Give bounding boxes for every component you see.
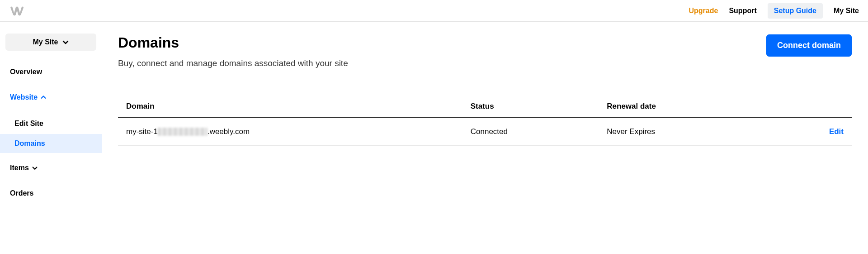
sidebar-item-label: Edit Site [14,120,43,127]
cell-renewal: Never Expires [607,127,786,136]
chevron-down-icon [62,38,69,46]
sidebar-item-orders[interactable]: Orders [5,185,96,202]
redacted-segment [158,128,208,136]
cell-domain: my-site-1.weebly.com [126,127,471,136]
table-row: my-site-1.weebly.com Connected Never Exp… [118,118,852,146]
top-bar: Upgrade Support Setup Guide My Site [0,0,868,22]
domain-suffix: .weebly.com [208,127,250,136]
support-link[interactable]: Support [729,7,756,15]
page-title: Domains [118,34,348,51]
top-nav: Upgrade Support Setup Guide My Site [689,3,859,19]
site-selector-label: My Site [33,38,58,46]
edit-link[interactable]: Edit [829,127,844,136]
sidebar-item-label: Items [10,164,29,172]
page-header-text: Domains Buy, connect and manage domains … [118,34,348,68]
cell-action: Edit [786,127,844,136]
my-site-link[interactable]: My Site [834,7,859,15]
table-header: Domain Status Renewal date [118,96,852,118]
sidebar-item-edit-site[interactable]: Edit Site [0,114,102,133]
column-header-renewal: Renewal date [607,102,786,111]
chevron-down-icon [32,165,38,171]
sidebar: My Site Overview Website Edit Site Domai… [0,22,102,210]
column-header-domain: Domain [126,102,471,111]
sidebar-item-items[interactable]: Items [5,159,96,177]
sidebar-item-label: Domains [14,139,45,147]
column-header-status: Status [471,102,607,111]
sidebar-item-label: Overview [10,68,42,76]
sidebar-item-label: Orders [10,189,33,197]
column-header-action [786,102,844,111]
sidebar-item-website[interactable]: Website [5,89,96,106]
domain-prefix: my-site-1 [126,127,158,136]
logo-icon [9,5,24,16]
chevron-up-icon [40,94,47,101]
upgrade-link[interactable]: Upgrade [689,7,718,15]
connect-domain-button[interactable]: Connect domain [766,34,852,57]
sidebar-item-overview[interactable]: Overview [5,63,96,81]
site-selector[interactable]: My Site [5,34,96,51]
cell-status: Connected [471,127,607,136]
main-content: Domains Buy, connect and manage domains … [102,22,868,210]
weebly-logo[interactable] [9,5,24,16]
page-subtitle: Buy, connect and manage domains associat… [118,58,348,68]
page-header: Domains Buy, connect and manage domains … [118,34,852,68]
layout: My Site Overview Website Edit Site Domai… [0,22,868,210]
domains-table: Domain Status Renewal date my-site-1.wee… [118,96,852,146]
sidebar-item-label: Website [10,93,38,101]
sidebar-item-domains[interactable]: Domains [0,134,102,153]
setup-guide-link[interactable]: Setup Guide [768,3,823,19]
